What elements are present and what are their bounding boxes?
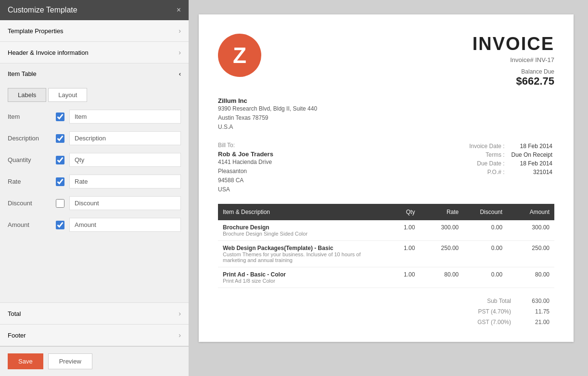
item-qty: 1.00 [386, 267, 420, 288]
bill-addr-2: Pleasanton [218, 167, 273, 176]
meta-label: Invoice Date : [467, 142, 509, 150]
item-desc: Brochure Design Single Sided Color [223, 231, 382, 237]
item-amount: 80.00 [507, 267, 554, 288]
section-label: Total [8, 310, 21, 317]
right-panel: Z INVOICE Invoice# INV-17 Balance Due $6… [189, 0, 588, 376]
field-label-item: Item [8, 113, 51, 120]
section-header-invoice[interactable]: Header & Invoice information › [0, 42, 189, 63]
total-label: Sub Total [458, 296, 516, 306]
tab-labels[interactable]: Labels [8, 88, 46, 102]
item-qty: 1.00 [386, 220, 420, 241]
invoice-totals: Sub Total 630.00 PST (4.70%) 11.75 GST (… [218, 296, 554, 327]
chevron-right-icon: › [179, 49, 181, 56]
item-discount: 0.00 [463, 241, 507, 267]
section-footer[interactable]: Footer › [0, 325, 189, 346]
meta-row-terms: Terms : Due On Receipt [467, 150, 554, 159]
item-amount: 300.00 [507, 220, 554, 241]
bill-to-address: 4141 Hacienda Drive Pleasanton 94588 CA … [218, 158, 273, 195]
company-address-2: Austin Texas 78759 [218, 113, 554, 123]
meta-value: Due On Receipt [510, 150, 554, 159]
item-description-cell: Brochure Design Brochure Design Single S… [218, 220, 386, 241]
section-label: Footer [8, 332, 26, 339]
item-qty: 1.00 [386, 241, 420, 267]
company-address-1: 9390 Research Blvd, Bldg II, Suite 440 [218, 104, 554, 113]
item-desc: Custom Themes for your business. Inclusi… [223, 251, 382, 263]
item-amount: 250.00 [507, 241, 554, 267]
field-label-description: Description [8, 135, 51, 142]
table-row: Print Ad - Basic - Color Print Ad 1/8 si… [218, 267, 554, 288]
meta-value: 321014 [510, 168, 554, 176]
field-row-description: Description [0, 127, 189, 149]
field-input-item[interactable] [69, 110, 181, 124]
table-row: Web Design Packages(Template) - Basic Cu… [218, 241, 554, 267]
invoice-title-block: INVOICE Invoice# INV-17 Balance Due $662… [473, 34, 554, 88]
field-input-discount[interactable] [69, 196, 181, 210]
field-input-description[interactable] [69, 131, 181, 145]
item-table-toggle[interactable]: Item Table ‹ [0, 63, 189, 84]
invoice-number-value: INV-17 [535, 56, 554, 63]
field-input-quantity[interactable] [69, 153, 181, 167]
section-template-properties[interactable]: Template Properties › [0, 20, 189, 42]
item-desc: Print Ad 1/8 size Color [223, 278, 382, 284]
field-checkbox-amount[interactable] [56, 221, 64, 229]
meta-label: Terms : [467, 150, 509, 159]
bill-to-name: Rob & Joe Traders [218, 150, 273, 158]
item-name: Brochure Design [223, 224, 382, 231]
item-rate: 80.00 [420, 267, 463, 288]
invoice-number-label: Invoice# [510, 56, 533, 63]
total-label: GST (7.00%) [458, 317, 516, 327]
total-row-subtotal: Sub Total 630.00 [458, 296, 554, 306]
bill-to-label: Bill To: [218, 142, 273, 149]
meta-label: P.O.# : [467, 168, 509, 176]
bill-to-block: Bill To: Rob & Joe Traders 4141 Hacienda… [218, 142, 273, 195]
item-table-label: Item Table [8, 70, 37, 77]
field-checkbox-quantity[interactable] [56, 156, 64, 164]
invoice-paper: Z INVOICE Invoice# INV-17 Balance Due $6… [199, 14, 574, 342]
section-label: Template Properties [8, 27, 64, 35]
item-discount: 0.00 [463, 220, 507, 241]
invoice-number: Invoice# INV-17 [473, 56, 554, 63]
company-info: Zillum Inc 9390 Research Blvd, Bldg II, … [218, 97, 554, 132]
meta-value: 18 Feb 2014 [510, 142, 554, 150]
field-input-amount[interactable] [69, 218, 181, 232]
meta-value: 18 Feb 2014 [510, 159, 554, 168]
meta-row-due-date: Due Date : 18 Feb 2014 [467, 159, 554, 168]
field-label-amount: Amount [8, 221, 51, 228]
invoice-title: INVOICE [473, 34, 554, 54]
invoice-meta: Bill To: Rob & Joe Traders 4141 Hacienda… [218, 142, 554, 195]
panel-title: Customize Template [8, 6, 77, 14]
company-address: 9390 Research Blvd, Bldg II, Suite 440 A… [218, 104, 554, 132]
field-checkbox-discount[interactable] [56, 199, 64, 208]
item-rate: 300.00 [420, 220, 463, 241]
field-label-quantity: Quantity [8, 156, 51, 163]
invoice-details-block: Invoice Date : 18 Feb 2014 Terms : Due O… [467, 142, 554, 195]
field-row-rate: Rate [0, 171, 189, 192]
field-label-discount: Discount [8, 200, 51, 207]
field-checkbox-description[interactable] [56, 134, 64, 143]
field-checkbox-rate[interactable] [56, 177, 64, 186]
total-row-pst: PST (4.70%) 11.75 [458, 306, 554, 317]
bill-addr-3: 94588 CA [218, 176, 273, 185]
total-row-gst: GST (7.00%) 21.00 [458, 317, 554, 327]
invoice-top: Z INVOICE Invoice# INV-17 Balance Due $6… [218, 34, 554, 88]
section-item-table: Item Table ‹ Labels Layout Item Descript… [0, 63, 189, 303]
balance-due-amount: $662.75 [473, 75, 554, 88]
meta-row-invoice-date: Invoice Date : 18 Feb 2014 [467, 142, 554, 150]
col-header-amount: Amount [507, 204, 554, 220]
section-total[interactable]: Total › [0, 303, 189, 325]
col-header-item: Item & Description [218, 204, 386, 220]
left-panel: Customize Template × Template Properties… [0, 0, 189, 376]
col-header-qty: Qty [386, 204, 420, 220]
preview-button[interactable]: Preview [48, 353, 92, 369]
item-discount: 0.00 [463, 267, 507, 288]
tabs-row: Labels Layout [0, 84, 189, 106]
close-icon[interactable]: × [177, 6, 181, 14]
field-checkbox-item[interactable] [56, 113, 64, 121]
meta-row-po: P.O.# : 321014 [467, 168, 554, 176]
field-label-rate: Rate [8, 178, 51, 185]
tab-layout[interactable]: Layout [48, 88, 87, 102]
field-input-rate[interactable] [69, 175, 181, 188]
save-button[interactable]: Save [8, 353, 43, 369]
field-row-amount: Amount [0, 214, 189, 236]
chevron-right-icon: › [179, 331, 181, 339]
